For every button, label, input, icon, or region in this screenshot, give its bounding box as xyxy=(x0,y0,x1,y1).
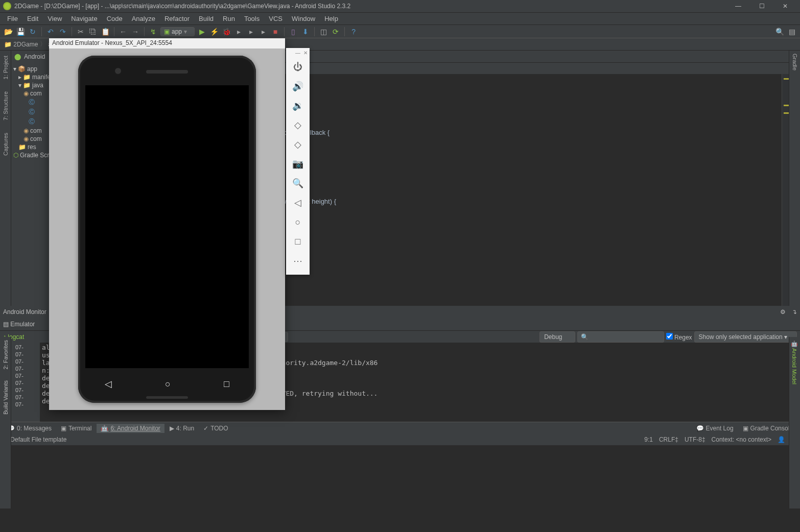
menu-help[interactable]: Help xyxy=(320,14,342,23)
screenshot-icon[interactable]: 📷 xyxy=(288,154,308,174)
project-tree-item[interactable]: Ⓒ xyxy=(13,107,48,117)
favorites-tab[interactable]: 2: Favorites xyxy=(3,337,9,372)
menu-navigate[interactable]: Navigate xyxy=(67,14,101,23)
maximize-button[interactable]: ☐ xyxy=(750,0,773,13)
volume-down-icon[interactable]: 🔉 xyxy=(288,96,308,115)
menu-analyze[interactable]: Analyze xyxy=(128,14,159,23)
project-tree-item[interactable]: ▾ 📁 java xyxy=(13,81,48,89)
build-variants-tab[interactable]: Build Variants xyxy=(3,377,9,418)
gear-icon[interactable]: ⚙ xyxy=(780,308,786,316)
rotate-left-icon[interactable]: ◇ xyxy=(288,115,308,135)
forward-icon[interactable]: → xyxy=(130,27,140,37)
back-icon[interactable]: ← xyxy=(118,27,128,37)
em-recent-icon[interactable]: □ xyxy=(288,232,308,251)
em-minimize-icon[interactable]: — xyxy=(295,50,300,57)
run-config-dropdown[interactable]: ▣app ▾ xyxy=(160,27,195,36)
attach-icon[interactable]: ▸ xyxy=(258,27,268,37)
sync2-icon[interactable]: ⟳ xyxy=(331,27,341,37)
bottom-tab-right[interactable]: 💬 Event Log xyxy=(692,424,738,433)
cut-icon[interactable]: ✂ xyxy=(76,27,86,37)
apply-changes-icon[interactable]: ⚡ xyxy=(209,27,219,37)
project-tree-item[interactable]: ▸ 📁 manifests xyxy=(13,73,48,81)
menu-window[interactable]: Window xyxy=(288,14,319,23)
rotate-right-icon[interactable]: ◇ xyxy=(288,135,308,154)
debug-icon[interactable]: 🐞 xyxy=(221,27,231,37)
hide-icon[interactable]: ↴ xyxy=(792,308,797,316)
emulator-titlebar[interactable]: Android Emulator - Nexus_5X_API_24:5554 xyxy=(49,38,285,49)
caret-position[interactable]: 9:1 xyxy=(644,436,653,443)
run-icon[interactable]: ▶ xyxy=(197,27,207,37)
sync-icon[interactable]: ↻ xyxy=(28,27,38,37)
more-icon[interactable]: ⋯ xyxy=(288,251,308,271)
bottom-tab-right[interactable]: ▣ Gradle Console xyxy=(739,424,797,433)
device-screen[interactable] xyxy=(85,85,249,368)
hector-icon[interactable]: 👤 xyxy=(778,436,785,443)
minimize-button[interactable]: — xyxy=(726,0,750,13)
run-cov-icon[interactable]: ▸ xyxy=(233,27,244,37)
emulator-tab[interactable]: ▤ Emulator xyxy=(3,321,35,328)
bottom-tab[interactable]: ✓ TODO xyxy=(199,424,232,433)
menu-view[interactable]: View xyxy=(43,14,66,23)
project-view-dropdown[interactable]: Android xyxy=(24,53,45,60)
menu-edit[interactable]: Edit xyxy=(23,14,42,23)
make-icon[interactable]: ↯ xyxy=(148,27,158,37)
project-tree-item[interactable]: Ⓒ xyxy=(13,98,48,107)
paste-icon[interactable]: 📋 xyxy=(100,27,110,37)
bottom-tab[interactable]: ▶ 4: Run xyxy=(166,424,198,433)
menu-run[interactable]: Run xyxy=(219,14,239,23)
project-tree-item[interactable]: ◉ com xyxy=(13,127,48,135)
encoding[interactable]: UTF-8‡ xyxy=(685,436,705,443)
open-icon[interactable]: 📂 xyxy=(3,27,13,37)
menu-file[interactable]: File xyxy=(3,14,22,23)
project-tree-item[interactable]: ◉ com xyxy=(13,135,48,143)
log-level-dropdown[interactable]: Debug xyxy=(539,331,575,343)
app-filter-dropdown[interactable]: Show only selected application ▾ xyxy=(694,331,797,343)
gradle-tab[interactable]: Gradle xyxy=(791,51,799,74)
emulator-window[interactable]: Android Emulator - Nexus_5X_API_24:5554 … xyxy=(49,38,285,410)
save-icon[interactable]: 💾 xyxy=(15,27,26,37)
close-button[interactable]: ✕ xyxy=(773,0,797,13)
regex-checkbox[interactable]: Regex xyxy=(666,333,692,341)
avd-icon[interactable]: ▯ xyxy=(288,27,298,37)
copy-icon[interactable]: ⿻ xyxy=(88,27,98,37)
zoom-icon[interactable]: 🔍 xyxy=(288,174,308,193)
redo-icon[interactable]: ↷ xyxy=(58,27,68,37)
profile-icon[interactable]: ▸ xyxy=(246,27,256,37)
context[interactable]: Context: <no context> xyxy=(712,436,771,443)
structure-icon[interactable]: ◫ xyxy=(318,27,328,37)
project-tab[interactable]: 1: Project xyxy=(2,53,10,82)
bottom-tab[interactable]: 🤖 6: Android Monitor xyxy=(97,424,164,433)
bottom-tab[interactable]: ▣ Terminal xyxy=(57,424,96,433)
sdk-icon[interactable]: ⬇ xyxy=(300,27,311,37)
power-icon[interactable]: ⏻ xyxy=(288,57,308,77)
recent-button-icon[interactable]: □ xyxy=(224,379,229,390)
menu-code[interactable]: Code xyxy=(103,14,127,23)
split-icon[interactable]: ▤ xyxy=(787,27,797,37)
back-button-icon[interactable]: ◁ xyxy=(105,378,112,390)
em-back-icon[interactable]: ◁ xyxy=(288,193,308,212)
log-search-input[interactable]: 🔍 xyxy=(577,331,664,343)
menu-build[interactable]: Build xyxy=(195,14,218,23)
volume-up-icon[interactable]: 🔊 xyxy=(288,77,308,96)
project-tree-item[interactable]: ◉ com xyxy=(13,89,48,98)
breadcrumb-item[interactable]: 📁 2DGame xyxy=(3,41,39,48)
line-sep[interactable]: CRLF‡ xyxy=(659,436,678,443)
error-stripe[interactable] xyxy=(782,74,789,306)
stop-icon[interactable]: ■ xyxy=(270,27,280,37)
android-model-tab[interactable]: 🤖 Android Model xyxy=(791,337,798,388)
project-tree-item[interactable]: 📁 res xyxy=(13,143,48,151)
structure-tab[interactable]: 7: Structure xyxy=(2,88,10,124)
captures-tab[interactable]: Captures xyxy=(2,130,10,159)
menu-vcs[interactable]: VCS xyxy=(265,14,287,23)
menu-tools[interactable]: Tools xyxy=(240,14,264,23)
undo-icon[interactable]: ↶ xyxy=(45,27,56,37)
search-icon[interactable]: 🔍 xyxy=(774,27,785,37)
em-close-icon[interactable]: ✕ xyxy=(303,50,308,57)
menu-refactor[interactable]: Refactor xyxy=(160,14,194,23)
project-tree-item[interactable]: Ⓒ xyxy=(13,117,48,127)
project-tree-item[interactable]: ⬡ Gradle Scripts xyxy=(13,151,48,159)
project-tree-item[interactable]: ▾ 📦 app xyxy=(13,65,48,73)
home-button-icon[interactable]: ○ xyxy=(165,379,171,390)
em-home-icon[interactable]: ○ xyxy=(288,212,308,232)
help-icon[interactable]: ? xyxy=(348,27,359,37)
